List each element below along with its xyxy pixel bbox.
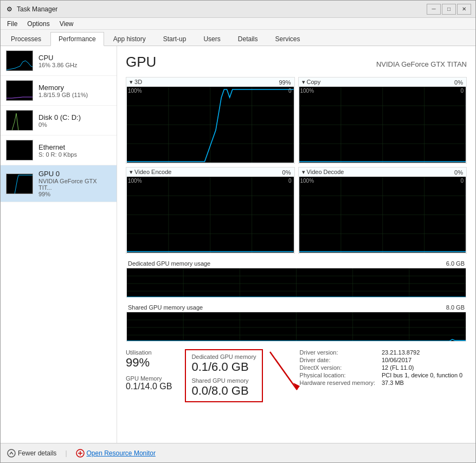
minimize-button[interactable]: ─ (427, 4, 441, 15)
dedicated-memory-label: Dedicated GPU memory usage (128, 260, 210, 267)
chart-copy-body: 100% 0 (299, 87, 466, 163)
disk-sub: 0% (38, 121, 111, 128)
sidebar: CPU 16% 3.86 GHz Memory 1.8/15.9 GB (11%… (1, 46, 117, 443)
tab-startup[interactable]: Start-up (155, 32, 195, 46)
gpu-sub1: NVIDIA GeForce GTX TIT... (38, 178, 111, 191)
disk-label: Disk 0 (C: D:) (38, 113, 111, 121)
info-section: Driver version: 23.21.13.8792 Driver dat… (300, 349, 467, 386)
chart-3d-chevron: ▾ 3D (130, 79, 142, 86)
chart-video-decode-chevron: ▾ Video Decode (302, 169, 344, 176)
tab-details[interactable]: Details (230, 32, 266, 46)
chart-copy-max: 100% (300, 88, 314, 94)
open-resource-monitor-label: Open Resource Monitor (87, 449, 156, 457)
ethernet-mini-graph (6, 140, 33, 160)
cpu-sub: 16% 3.86 GHz (38, 62, 111, 68)
driver-date-label: Driver date: (300, 357, 375, 363)
resource-monitor-icon (76, 449, 85, 458)
title-bar-left: ⚙ Task Manager (5, 5, 57, 14)
physical-value: PCI bus 1, device 0, function 0 (382, 372, 467, 378)
sidebar-item-memory[interactable]: Memory 1.8/15.9 GB (11%) (1, 76, 117, 106)
sidebar-item-cpu[interactable]: CPU 16% 3.86 GHz (1, 46, 117, 76)
gpu-title: GPU (126, 54, 156, 70)
menu-view[interactable]: View (55, 19, 78, 29)
chart-3d-body: 100% 0 (127, 87, 294, 163)
memory-sub: 1.8/15.9 GB (11%) (38, 92, 111, 98)
tab-performance[interactable]: Performance (50, 32, 104, 46)
cpu-sidebar-text: CPU 16% 3.86 GHz (38, 54, 111, 68)
gpu-sub2: 99% (38, 191, 111, 197)
shared-memory-label: Shared GPU memory usage (128, 304, 203, 311)
memory-label: Memory (38, 83, 111, 92)
dedicated-memory-section: Dedicated GPU memory usage 6.0 GB (126, 259, 467, 298)
title-bar: ⚙ Task Manager ─ □ ✕ (1, 1, 475, 18)
chart-video-encode-header: ▾ Video Encode 0% (126, 168, 294, 177)
driver-version-label: Driver version: (300, 349, 375, 356)
svg-rect-2 (7, 111, 33, 131)
driver-version-value: 23.21.13.8792 (382, 349, 467, 356)
window-controls: ─ □ ✕ (427, 4, 471, 15)
tab-users[interactable]: Users (195, 32, 228, 46)
tab-app-history[interactable]: App history (105, 32, 154, 46)
sidebar-item-gpu[interactable]: GPU 0 NVIDIA GeForce GTX TIT... 99% (1, 165, 117, 202)
shared-gpu-memory-block: Shared GPU memory 0.0/8.0 GB (191, 377, 256, 398)
gpu-mini-graph (6, 173, 33, 194)
annotation-arrow (267, 349, 300, 393)
sidebar-item-ethernet[interactable]: Ethernet S: 0 R: 0 Kbps (1, 136, 117, 165)
menu-options[interactable]: Options (23, 19, 54, 29)
hardware-label: Hardware reserved memory: (300, 380, 375, 386)
chart-video-decode-max: 100% (300, 178, 314, 184)
shared-gpu-memory-label: Shared GPU memory (191, 377, 256, 384)
fewer-details-icon (7, 449, 16, 458)
utilisation-value: 99% (126, 356, 172, 370)
close-button[interactable]: ✕ (457, 4, 471, 15)
menu-file[interactable]: File (3, 19, 22, 29)
chart-video-decode-body: 100% 0 (299, 177, 466, 253)
memory-mini-graph (6, 80, 33, 101)
chart-video-encode: ▾ Video Encode 0% (126, 167, 295, 254)
ethernet-sub: S: 0 R: 0 Kbps (38, 151, 111, 158)
shared-memory-section: Shared GPU memory usage 8.0 GB (126, 303, 467, 342)
gpu-header: GPU NVIDIA GeForce GTX TITAN (126, 54, 467, 70)
disk-mini-graph (6, 110, 33, 131)
fewer-details-label: Fewer details (18, 449, 56, 457)
chart-video-encode-min: 0 (288, 178, 292, 184)
dedicated-memory-header: Dedicated GPU memory usage 6.0 GB (126, 259, 467, 268)
window-title: Task Manager (17, 5, 57, 13)
gpu-memory-value: 0.1/14.0 GB (126, 382, 172, 391)
hardware-value: 37.3 MB (382, 380, 467, 386)
gpu-sidebar-text: GPU 0 NVIDIA GeForce GTX TIT... 99% (38, 170, 111, 197)
utilisation-block: Utilisation 99% GPU Memory 0.1/14.0 GB (126, 349, 172, 391)
cpu-mini-graph (6, 50, 33, 71)
highlight-box: Dedicated GPU memory 0.1/6.0 GB Shared G… (185, 349, 262, 402)
open-resource-monitor-button[interactable]: Open Resource Monitor (76, 449, 156, 458)
gpu-memory-label: GPU Memory (126, 375, 172, 382)
chart-video-decode-label: Video Decode (307, 169, 344, 175)
sidebar-item-disk[interactable]: Disk 0 (C: D:) 0% (1, 106, 117, 136)
shared-memory-chart (126, 312, 466, 342)
shared-gpu-memory-value: 0.0/8.0 GB (191, 384, 256, 398)
charts-grid: ▾ 3D 99% (126, 77, 467, 254)
dedicated-gpu-memory-label: Dedicated GPU memory (191, 353, 256, 360)
gpu-label: GPU 0 (38, 170, 111, 178)
tab-processes[interactable]: Processes (3, 32, 49, 46)
physical-label: Physical location: (300, 372, 375, 378)
chart-video-encode-body: 100% 0 (127, 177, 294, 253)
svg-rect-1 (7, 81, 33, 101)
chart-3d: ▾ 3D 99% (126, 77, 295, 164)
shared-memory-header: Shared GPU memory usage 8.0 GB (126, 303, 467, 312)
memory-sidebar-text: Memory 1.8/15.9 GB (11%) (38, 83, 111, 98)
dedicated-memory-max: 6.0 GB (446, 260, 465, 267)
chart-3d-min: 0 (288, 88, 292, 94)
maximize-button[interactable]: □ (442, 4, 456, 15)
main-panel: GPU NVIDIA GeForce GTX TITAN ▾ 3D 99% (117, 46, 475, 443)
ethernet-label: Ethernet (38, 143, 111, 151)
fewer-details-button[interactable]: Fewer details (7, 449, 56, 458)
disk-sidebar-text: Disk 0 (C: D:) 0% (38, 113, 111, 128)
chart-copy: ▾ Copy 0% (298, 77, 467, 164)
chart-video-decode: ▾ Video Decode 0% (298, 167, 467, 254)
svg-rect-3 (7, 140, 33, 160)
chart-3d-value: 99% (279, 79, 291, 86)
tab-services[interactable]: Services (267, 32, 308, 46)
chart-3d-max: 100% (128, 88, 142, 94)
chart-video-encode-max: 100% (128, 178, 142, 184)
